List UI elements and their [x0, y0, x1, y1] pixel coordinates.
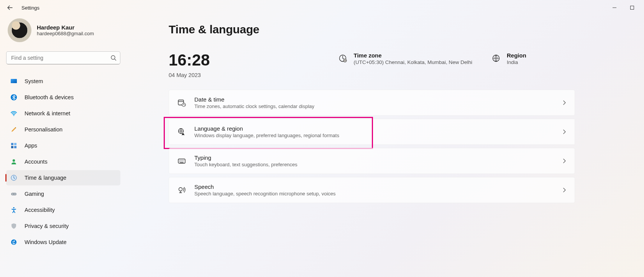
svg-point-1	[111, 56, 115, 59]
card-title: Language & region	[194, 125, 562, 132]
card-title: Speech	[194, 184, 562, 190]
paintbrush-icon	[10, 126, 18, 133]
chevron-right-icon	[562, 187, 567, 193]
card-speech[interactable]: Speech Speech language, speech recogniti…	[169, 177, 575, 203]
sidebar-item-system[interactable]: System	[6, 74, 120, 89]
card-desc: Windows display language, preferred lang…	[194, 133, 562, 138]
header-row: 16:28 04 May 2023 Time zone (UTC+05:30) …	[169, 52, 575, 78]
card-desc: Time zones, automatic clock settings, ca…	[194, 103, 562, 109]
account-email: hardeep0688@gmail.com	[37, 31, 94, 36]
timezone-value: (UTC+05:30) Chennai, Kolkata, Mumbai, Ne…	[353, 59, 472, 65]
back-button[interactable]	[3, 1, 17, 15]
account-block[interactable]: Hardeep Kaur hardeep0688@gmail.com	[6, 17, 120, 49]
accessibility-icon	[10, 206, 18, 214]
svg-point-14	[15, 194, 15, 195]
app-title: Settings	[21, 5, 39, 11]
sidebar-item-windows-update[interactable]: Windows Update	[6, 234, 120, 250]
bluetooth-icon	[10, 93, 18, 101]
sidebar-item-label: Windows Update	[25, 239, 67, 245]
sidebar-item-privacy[interactable]: Privacy & security	[6, 218, 120, 234]
svg-point-13	[12, 194, 13, 195]
chevron-right-icon	[562, 129, 567, 134]
current-time: 16:28	[169, 52, 210, 68]
sidebar-item-label: System	[25, 78, 43, 84]
svg-rect-9	[14, 146, 16, 148]
clock-world-icon	[337, 53, 348, 64]
sidebar-item-label: Privacy & security	[25, 223, 69, 229]
timezone-block[interactable]: Time zone (UTC+05:30) Chennai, Kolkata, …	[337, 52, 472, 65]
main-content: Time & language 16:28 04 May 2023 Time z…	[127, 15, 644, 277]
card-title: Date & time	[194, 96, 562, 103]
account-name: Hardeep Kaur	[37, 24, 94, 31]
svg-rect-6	[11, 143, 13, 145]
sidebar-item-label: Gaming	[25, 191, 44, 197]
card-desc: Speech language, speech recognition micr…	[194, 191, 562, 197]
chevron-right-icon	[562, 158, 567, 164]
maximize-button[interactable]	[623, 2, 641, 14]
titlebar: Settings	[0, 0, 644, 15]
keyboard-icon	[177, 156, 187, 166]
sidebar-item-label: Accessibility	[25, 207, 55, 213]
timezone-label: Time zone	[353, 52, 472, 59]
card-title: Typing	[194, 154, 562, 161]
speech-icon	[177, 185, 187, 195]
card-language-region[interactable]: Language & region Windows display langua…	[169, 119, 575, 145]
settings-cards: Date & time Time zones, automatic clock …	[169, 90, 575, 203]
page-title: Time & language	[169, 23, 575, 36]
clock-block: 16:28 04 May 2023	[169, 52, 210, 78]
svg-point-15	[13, 207, 15, 209]
card-date-time[interactable]: Date & time Time zones, automatic clock …	[169, 90, 575, 116]
system-icon	[10, 77, 18, 85]
shield-icon	[10, 222, 18, 230]
sidebar-item-bluetooth[interactable]: Bluetooth & devices	[6, 90, 120, 105]
apps-icon	[10, 142, 18, 149]
language-region-icon	[177, 127, 187, 137]
sidebar-item-label: Bluetooth & devices	[25, 94, 74, 100]
arrow-left-icon	[7, 5, 13, 11]
sidebar-item-label: Network & internet	[25, 110, 70, 116]
region-block[interactable]: Region India	[491, 52, 575, 65]
chevron-right-icon	[562, 100, 567, 105]
avatar	[8, 18, 31, 42]
maximize-icon	[630, 5, 634, 10]
sidebar-item-network[interactable]: Network & internet	[6, 106, 120, 121]
svg-point-10	[13, 159, 15, 162]
sidebar-item-label: Personalisation	[25, 126, 62, 133]
sidebar-item-accounts[interactable]: Accounts	[6, 154, 120, 169]
sidebar-item-personalisation[interactable]: Personalisation	[6, 122, 120, 137]
sidebar-item-label: Apps	[25, 143, 37, 149]
sidebar: Hardeep Kaur hardeep0688@gmail.com Syste…	[0, 15, 127, 277]
sidebar-item-apps[interactable]: Apps	[6, 138, 120, 153]
gamepad-icon	[10, 190, 18, 198]
clock-globe-icon	[10, 174, 18, 182]
current-date: 04 May 2023	[169, 72, 210, 78]
card-desc: Touch keyboard, text suggestions, prefer…	[194, 162, 562, 167]
sidebar-item-accessibility[interactable]: Accessibility	[6, 202, 120, 218]
wifi-icon	[10, 110, 18, 117]
svg-rect-8	[11, 146, 13, 148]
calendar-clock-icon	[177, 98, 187, 108]
globe-icon	[491, 53, 501, 64]
svg-rect-12	[11, 193, 16, 195]
svg-point-24	[179, 188, 182, 191]
minimize-icon	[612, 5, 617, 10]
person-icon	[10, 158, 18, 166]
svg-point-5	[13, 115, 14, 116]
svg-rect-3	[11, 79, 17, 83]
region-label: Region	[507, 52, 526, 59]
sidebar-item-gaming[interactable]: Gaming	[6, 186, 120, 202]
search-icon	[110, 55, 117, 61]
search-input[interactable]	[6, 51, 120, 64]
search-box	[6, 51, 120, 64]
region-value: India	[507, 59, 526, 65]
update-icon	[10, 238, 18, 246]
sidebar-item-label: Accounts	[25, 159, 48, 165]
minimize-button[interactable]	[606, 2, 623, 14]
svg-rect-7	[14, 143, 16, 145]
nav: System Bluetooth & devices Network & int…	[6, 74, 120, 250]
card-typing[interactable]: Typing Touch keyboard, text suggestions,…	[169, 148, 575, 174]
svg-rect-0	[631, 6, 634, 10]
sidebar-item-label: Time & language	[25, 175, 66, 181]
sidebar-item-time-language[interactable]: Time & language	[6, 170, 120, 185]
